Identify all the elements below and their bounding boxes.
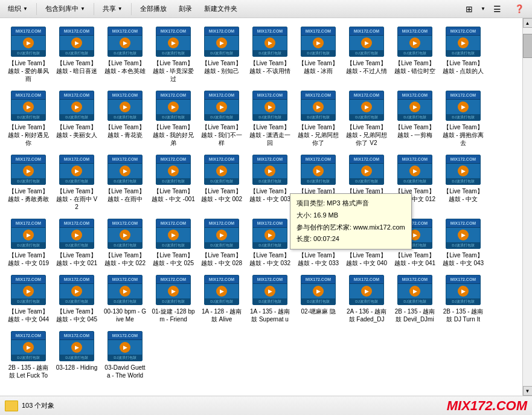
file-icon-wrapper: MIX172.COM ▶ DJ波浪打包鼓	[252, 26, 288, 57]
icon-footer: DJ波浪打包鼓	[156, 298, 190, 304]
icon-body: ▶	[253, 100, 287, 114]
file-item[interactable]: MIX172.COM ▶ DJ波浪打包鼓 2A - 136 - 越南鼓 Fade…	[343, 271, 390, 326]
file-item[interactable]: MIX172.COM ▶ DJ波浪打包鼓 【Live Team】越鼓 - 刚好遇…	[5, 87, 52, 150]
play-icon: ▶	[168, 37, 179, 48]
icon-footer: DJ波浪打包鼓	[108, 355, 142, 361]
file-item[interactable]: MIX172.COM ▶ DJ波浪打包鼓 【Live Team】越鼓 - 我们不…	[198, 87, 245, 150]
file-item[interactable]: MIX172.COM ▶ DJ波浪打包鼓 【Live Team】越鼓 - 中文 …	[246, 151, 293, 214]
icon-header: MIX172.COM	[11, 275, 45, 284]
icon-footer: DJ波浪打包鼓	[205, 114, 239, 120]
file-icon: MIX172.COM ▶ DJ波浪打包鼓	[107, 27, 143, 57]
help-button[interactable]: ❓	[509, 2, 530, 16]
file-item[interactable]: MIX172.COM ▶ DJ波浪打包鼓 【Live Team】越鼓 - 潇洒走…	[246, 87, 293, 150]
file-item[interactable]: MIX172.COM ▶ DJ波浪打包鼓 【Live Team】越鼓 - 中文 …	[101, 215, 149, 270]
file-item[interactable]: MIX172.COM ▶ DJ波浪打包鼓 03-David Guetta - T…	[101, 327, 149, 382]
icon-body: ▶	[398, 164, 432, 178]
icon-header: MIX172.COM	[11, 219, 45, 228]
file-label: 【Live Team】越鼓 - 中文 041	[393, 251, 437, 267]
file-item[interactable]: MIX172.COM ▶ DJ波浪打包鼓 【Live Team】越鼓 - 中文	[440, 151, 487, 214]
file-item[interactable]: MIX172.COM ▶ DJ波浪打包鼓 【Live Team】越鼓 - 中文 …	[246, 215, 293, 270]
tooltip-type: 项目类型: MP3 格式声音	[296, 198, 405, 210]
file-item[interactable]: MIX172.COM ▶ DJ波浪打包鼓 2B - 135 - 越南鼓 Let …	[5, 327, 52, 382]
file-item[interactable]: MIX172.COM ▶ DJ波浪打包鼓 1A - 135 - 越南鼓 Supe…	[246, 271, 293, 326]
file-item[interactable]: MIX172.COM ▶ DJ波浪打包鼓 【Live Team】越鼓 - 不该用…	[246, 23, 293, 86]
icon-body: ▶	[108, 164, 142, 178]
file-grid[interactable]: MIX172.COM ▶ DJ波浪打包鼓 【Live Team】越鼓 - 爱的暴…	[0, 18, 522, 396]
file-item[interactable]: MIX172.COM ▶ DJ波浪打包鼓 【Live Team】越鼓 - 中文 …	[150, 151, 197, 214]
icon-body: ▶	[205, 36, 239, 50]
file-item[interactable]: MIX172.COM ▶ DJ波浪打包鼓 【Live Team】越鼓 - 拥抱你…	[440, 87, 487, 150]
icon-body: ▶	[108, 228, 142, 242]
file-item[interactable]: MIX172.COM ▶ DJ波浪打包鼓 【Live Team】越鼓 - 中文 …	[53, 215, 100, 270]
icon-header: MIX172.COM	[446, 219, 480, 228]
file-item[interactable]: MIX172.COM ▶ DJ波浪打包鼓 【Live Team】越鼓 - 别知己	[198, 23, 245, 86]
view-detail-button[interactable]: ☰	[488, 2, 507, 16]
icon-header: MIX172.COM	[11, 91, 45, 100]
file-item[interactable]: MIX172.COM ▶ DJ波浪打包鼓 1A - 128 - 越南鼓 Aliv…	[198, 271, 245, 326]
icon-body: ▶	[60, 100, 94, 114]
file-item[interactable]: MIX172.COM ▶ DJ波浪打包鼓 【Live Team】越鼓 - 中文 …	[440, 215, 487, 270]
vertical-scrollbar[interactable]: ▲ ▼	[522, 18, 532, 396]
tooltip-duration: 长度: 00:07:24	[296, 233, 405, 245]
file-item[interactable]: MIX172.COM ▶ DJ波浪打包鼓 【Live Team】越鼓 - 中文 …	[198, 151, 245, 214]
file-item[interactable]: MIX172.COM ▶ DJ波浪打包鼓 【Live Team】越鼓 - 我的好…	[150, 87, 197, 150]
play-icon: ▶	[409, 286, 420, 297]
file-item[interactable]: MIX172.COM ▶ DJ波浪打包鼓 【Live Team】越鼓 - 青花瓷	[101, 87, 149, 150]
file-item[interactable]: MIX172.COM ▶ DJ波浪打包鼓 【Live Team】越鼓 - 中文 …	[198, 215, 245, 270]
file-item[interactable]: MIX172.COM ▶ DJ波浪打包鼓 【Live Team】越鼓 - 兄弟阿…	[343, 87, 390, 150]
play-icon: ▶	[120, 342, 130, 353]
file-item[interactable]: MIX172.COM ▶ DJ波浪打包鼓 【Live Team】越鼓 - 兄弟阿…	[295, 87, 342, 150]
file-item[interactable]: MIX172.COM ▶ DJ波浪打包鼓 【Live Team】越鼓 - 在雨中	[101, 151, 149, 214]
file-icon-wrapper: MIX172.COM ▶ DJ波浪打包鼓	[204, 218, 240, 249]
file-icon-wrapper: MIX172.COM ▶ DJ波浪打包鼓	[10, 218, 46, 249]
file-item[interactable]: MIX172.COM ▶ DJ波浪打包鼓 2B - 135 - 越南鼓 DJ T…	[440, 271, 487, 326]
file-item[interactable]: MIX172.COM ▶ DJ波浪打包鼓 2B - 135 - 越南鼓 Devi…	[391, 271, 438, 326]
scroll-track[interactable]	[523, 28, 533, 386]
file-item[interactable]: MIX172.COM ▶ DJ波浪打包鼓 【Live Team】越鼓 - 中文 …	[53, 271, 100, 326]
main-area: MIX172.COM ▶ DJ波浪打包鼓 【Live Team】越鼓 - 爱的暴…	[0, 18, 532, 396]
file-item[interactable]: MIX172.COM ▶ DJ波浪打包鼓 01-旋建 -128 bpm - Fr…	[150, 271, 197, 326]
file-item[interactable]: MIX172.COM ▶ DJ波浪打包鼓 【Live Team】越鼓 - 冰雨	[295, 23, 342, 86]
icon-footer: DJ波浪打包鼓	[398, 298, 432, 304]
scroll-thumb[interactable]	[523, 34, 533, 58]
icon-header: MIX172.COM	[156, 27, 190, 36]
file-item[interactable]: MIX172.COM ▶ DJ波浪打包鼓 【Live Team】越鼓 - 勇敢勇…	[5, 151, 52, 214]
file-item[interactable]: MIX172.COM ▶ DJ波浪打包鼓 【Live Team】越鼓 - 美丽女…	[53, 87, 100, 150]
file-label: 【Live Team】越鼓 - 别知己	[200, 59, 243, 75]
scroll-up-arrow[interactable]: ▲	[523, 18, 533, 28]
icon-body: ▶	[108, 284, 142, 298]
engrave-button[interactable]: 刻录	[173, 2, 197, 16]
play-all-button[interactable]: 全部播放	[135, 2, 172, 16]
file-item[interactable]: MIX172.COM ▶ DJ波浪打包鼓 【Live Team】越鼓 - 不过人…	[343, 23, 390, 86]
icon-body: ▶	[350, 164, 383, 178]
file-item[interactable]: MIX172.COM ▶ DJ波浪打包鼓 【Live Team】越鼓 - 本色英…	[101, 23, 149, 86]
file-icon-wrapper: MIX172.COM ▶ DJ波浪打包鼓	[348, 26, 385, 57]
file-item[interactable]: MIX172.COM ▶ DJ波浪打包鼓 【Live Team】越鼓 - 一剪梅	[391, 87, 438, 150]
toolbar-right: ⊞ ▼ ☰ ❓	[460, 2, 530, 16]
view-toggle-button[interactable]: ⊞	[460, 2, 478, 16]
file-item[interactable]: MIX172.COM ▶ DJ波浪打包鼓 【Live Team】越鼓 - 错位时…	[391, 23, 438, 86]
icon-header: MIX172.COM	[446, 155, 480, 164]
file-icon: MIX172.COM ▶ DJ波浪打包鼓	[349, 27, 384, 57]
file-item[interactable]: MIX172.COM ▶ DJ波浪打包鼓 【Live Team】越鼓 - 中文 …	[150, 215, 197, 270]
organize-button[interactable]: 组织 ▼	[2, 2, 33, 16]
share-button[interactable]: 共享 ▼	[97, 2, 128, 16]
file-item[interactable]: MIX172.COM ▶ DJ波浪打包鼓 【Live Team】越鼓 - 点鼓的…	[440, 23, 487, 86]
file-item[interactable]: MIX172.COM ▶ DJ波浪打包鼓 【Live Team】越鼓 - 在雨中…	[53, 151, 100, 214]
icon-body: ▶	[446, 100, 480, 114]
file-item[interactable]: MIX172.COM ▶ DJ波浪打包鼓 【Live Team】越鼓 - 毕竟深…	[150, 23, 197, 86]
scroll-down-arrow[interactable]: ▼	[523, 386, 533, 396]
icon-header: MIX172.COM	[205, 155, 239, 164]
file-icon: MIX172.COM ▶ DJ波浪打包鼓	[301, 27, 336, 57]
file-item[interactable]: MIX172.COM ▶ DJ波浪打包鼓 【Live Team】越鼓 - 中文 …	[5, 271, 52, 326]
include-library-button[interactable]: 包含到库中 ▼	[40, 2, 91, 16]
file-item[interactable]: MIX172.COM ▶ DJ波浪打包鼓 02-嗯麻麻 隐	[295, 271, 342, 326]
file-item[interactable]: MIX172.COM ▶ DJ波浪打包鼓 【Live Team】越鼓 - 爱的暴…	[5, 23, 52, 86]
file-item[interactable]: MIX172.COM ▶ DJ波浪打包鼓 00-130 bpm - Give M…	[101, 271, 149, 326]
file-label: 【Live Team】越鼓 - 潇洒走一回	[248, 123, 292, 147]
file-item[interactable]: MIX172.COM ▶ DJ波浪打包鼓 【Live Team】越鼓 - 暗日喜…	[53, 23, 100, 86]
file-item[interactable]: MIX172.COM ▶ DJ波浪打包鼓 【Live Team】越鼓 - 中文 …	[5, 215, 52, 270]
file-icon-wrapper: MIX172.COM ▶ DJ波浪打包鼓	[252, 274, 288, 306]
new-folder-button[interactable]: 新建文件夹	[199, 2, 243, 16]
file-item[interactable]: MIX172.COM ▶ DJ波浪打包鼓 03-128 - Hiding	[53, 327, 100, 382]
